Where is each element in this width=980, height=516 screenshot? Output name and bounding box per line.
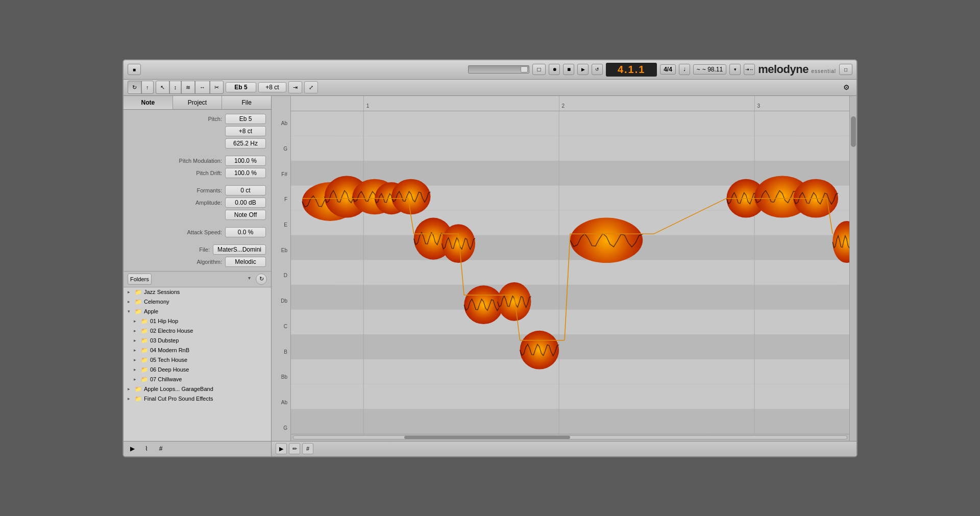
expand-arrow-modernrnb[interactable]: ▸: [134, 348, 139, 353]
canvas-wrap: 123: [291, 96, 849, 441]
expand-arrow-apple[interactable]: ▾: [128, 309, 133, 314]
expand-arrow-deephouse[interactable]: ▸: [134, 367, 139, 372]
expand-arrow-jazz[interactable]: ▸: [128, 289, 133, 294]
browser-item-jazz[interactable]: ▸📁Jazz Sessions: [124, 287, 271, 297]
expand-arrow-dubstep[interactable]: ▸: [134, 338, 139, 343]
browser-dropdown[interactable]: Folders: [128, 274, 152, 285]
browser-item-celemony[interactable]: ▸📁Celemony: [124, 297, 271, 307]
pitch-label-G: G: [272, 415, 290, 441]
tempo-display: ~ ~ 98.11: [693, 64, 726, 75]
browser-item-electrohouse[interactable]: ▸📁02 Electro House: [124, 326, 271, 336]
expand-arrow-techhouse[interactable]: ▸: [134, 357, 139, 362]
expand-arrow-hiphop[interactable]: ▸: [134, 318, 139, 324]
tab-note[interactable]: Note: [124, 96, 173, 109]
bottom-scrollbar[interactable]: [291, 434, 849, 441]
tab-project[interactable]: Project: [173, 96, 223, 109]
browser-item-dubstep[interactable]: ▸📁03 Dubstep: [124, 336, 271, 346]
browser-item-apple[interactable]: ▾📁Apple: [124, 307, 271, 316]
logo-variant: essential: [812, 68, 836, 74]
h-scroll-track[interactable]: [293, 435, 847, 439]
amplitude-label: Amplitude:: [176, 200, 222, 206]
pitch-tool[interactable]: ↻: [128, 81, 141, 93]
browser-item-deephouse[interactable]: ▸📁06 Deep House: [124, 365, 271, 375]
expand-arrow-celemony[interactable]: ▸: [128, 299, 133, 304]
zoom-play-button[interactable]: ▶: [276, 443, 287, 454]
right-scrollbar[interactable]: [849, 96, 856, 441]
browser-item-garageband[interactable]: ▸📁Apple Loops... GarageBand: [124, 384, 271, 394]
app-window: ■ □ ⏺ ⏹ ▶ ↺ 4.1.1 4/4 ♩ ~ ~ 98.11 ▾ ⇥↔: [122, 59, 857, 457]
pitch-mod-value[interactable]: 100.0 %: [225, 156, 266, 166]
cut-tool[interactable]: ✂: [210, 81, 223, 93]
pitch-value[interactable]: Eb 5: [225, 114, 266, 124]
pitch-drift-label: Pitch Drift:: [176, 170, 222, 176]
note-off-button[interactable]: Note Off: [225, 210, 266, 220]
expand-arrow-finalcut[interactable]: ▸: [128, 396, 133, 401]
settings-button[interactable]: ⚙: [840, 81, 852, 93]
tag-button[interactable]: #: [155, 443, 166, 454]
file-value: MaterS...Domini: [213, 244, 266, 255]
algorithm-label: Algorithm:: [176, 259, 222, 265]
pitch-label-Ab: Ab: [272, 390, 290, 415]
time-signature[interactable]: 4/4: [660, 64, 676, 75]
waveform-button[interactable]: ⌇: [141, 443, 152, 454]
item-label-finalcut: Final Cut Pro Sound Effects: [144, 396, 213, 402]
note-off-row: Note Off: [129, 210, 266, 220]
pitch-label-Eb: Eb: [272, 238, 290, 263]
pitch-label-C: C: [272, 314, 290, 339]
attack-row: Attack Speed: 0.0 %: [129, 227, 266, 237]
formants-value[interactable]: 0 ct: [225, 185, 266, 195]
preview-button[interactable]: ▶: [127, 443, 138, 454]
browser-item-chillwave[interactable]: ▸📁07 Chillwave: [124, 375, 271, 384]
item-label-techhouse: 05 Tech House: [150, 357, 187, 363]
browser-item-techhouse[interactable]: ▸📁05 Tech House: [124, 355, 271, 365]
pitch-label-Ab: Ab: [272, 111, 290, 137]
metronome-button[interactable]: ♩: [679, 64, 690, 75]
expand-arrow-electrohouse[interactable]: ▸: [134, 328, 139, 333]
formant-tool[interactable]: ↑: [142, 81, 153, 93]
file-label: File:: [164, 247, 210, 253]
window-button-left[interactable]: ■: [128, 64, 141, 75]
cents-value[interactable]: +8 ct: [225, 126, 266, 136]
folder-icon-hiphop: 📁: [141, 318, 148, 325]
browser-item-hiphop[interactable]: ▸📁01 Hip Hop: [124, 316, 271, 326]
stop-button[interactable]: ⏹: [563, 64, 574, 75]
transport-slider[interactable]: [468, 65, 529, 73]
follow-button[interactable]: ⇥↔: [744, 64, 755, 75]
zoom-snap-button[interactable]: #: [302, 443, 313, 454]
ruler-mark-3: 3: [757, 103, 760, 109]
browser-item-finalcut[interactable]: ▸📁Final Cut Pro Sound Effects: [124, 394, 271, 404]
browser-bottom-toolbar: ▶ ⌇ #: [124, 441, 271, 456]
play-button[interactable]: ▶: [577, 64, 589, 75]
pitch-label-F: F: [272, 187, 290, 213]
browser-item-modernrnb[interactable]: ▸📁04 Modern RnB: [124, 346, 271, 355]
browser-select-wrap: Folders: [128, 274, 253, 285]
zoom-draw-button[interactable]: ✏: [289, 443, 300, 454]
sibilant-tool[interactable]: ≋: [182, 81, 195, 93]
expand-arrow-chillwave[interactable]: ▸: [134, 377, 139, 382]
select-tool[interactable]: ↖: [156, 81, 169, 93]
pitch-display: Eb 5: [226, 82, 256, 92]
amplitude-value[interactable]: 0.00 dB: [225, 198, 266, 208]
right-scroll-thumb[interactable]: [851, 116, 856, 147]
tempo-down[interactable]: ▾: [729, 64, 741, 75]
h-scroll-thumb[interactable]: [404, 436, 570, 439]
pitch-drift-value[interactable]: 100.0 %: [225, 168, 266, 178]
expand-arrow-garageband[interactable]: ▸: [128, 386, 133, 391]
hz-value[interactable]: 625.2 Hz: [225, 138, 266, 149]
window-button-right[interactable]: □: [839, 64, 852, 75]
item-label-jazz: Jazz Sessions: [144, 289, 180, 295]
browser-panel: Folders ↻ ▸📁Jazz Sessions▸📁Celemony▾📁App…: [124, 272, 271, 456]
note-canvas[interactable]: [291, 111, 849, 434]
tab-file[interactable]: File: [222, 96, 271, 109]
pitch-label-G: G: [272, 136, 290, 162]
loop-button[interactable]: ↺: [592, 64, 603, 75]
snap-tool[interactable]: ⤢: [304, 81, 318, 93]
time-tool[interactable]: ↔: [195, 81, 210, 93]
record-button[interactable]: ⏺: [549, 64, 560, 75]
quantize-tool[interactable]: ⇥: [288, 81, 302, 93]
refresh-button[interactable]: ↻: [256, 274, 267, 285]
left-panel: Note Project File Pitch: Eb 5 +8 ct 625.…: [124, 96, 272, 456]
item-label-modernrnb: 04 Modern RnB: [150, 347, 189, 353]
attack-value[interactable]: 0.0 %: [225, 227, 266, 237]
amplitude-tool[interactable]: ↕: [170, 81, 182, 93]
